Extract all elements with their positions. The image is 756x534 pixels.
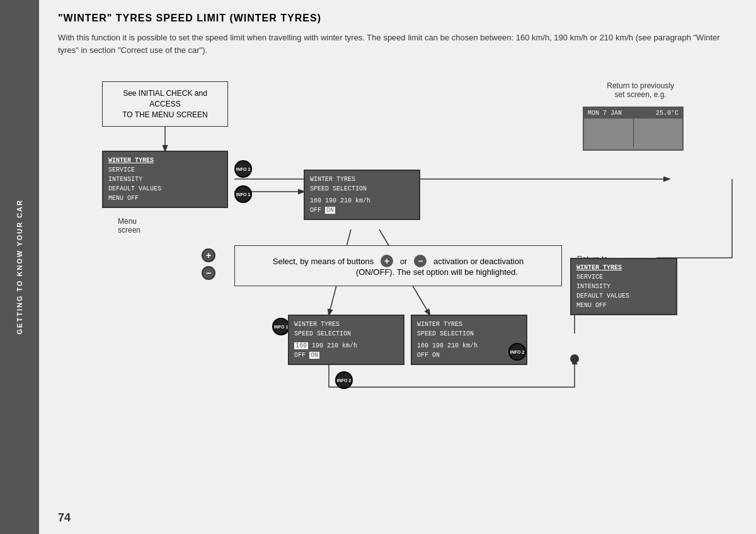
speed-select-2-title1: WINTER TYRES	[294, 320, 398, 329]
menu-screen-1-line5: MENU OFF	[108, 194, 222, 203]
plus-button-1[interactable]: +	[202, 248, 215, 262]
page-number: 74	[58, 511, 71, 525]
speed-select-1-line1: 160 190 210 km/h	[310, 196, 414, 206]
menu-screen-2-line3: INTENSITY	[576, 282, 671, 291]
speed-select-3-title2: SPEED SELECTION	[417, 329, 521, 339]
sidebar-label: GETTING TO KNOW YOUR CAR	[16, 199, 23, 334]
menu-screen-1-line1: WINTER TYRES	[108, 157, 154, 164]
menu-screen-2-line2: SERVICE	[576, 272, 671, 282]
display-temp: 25.0°C	[656, 110, 679, 117]
info-badge-2a: INFO 2	[234, 160, 252, 178]
speed-select-2-line2: OFF ON	[294, 351, 398, 360]
display-date: MON 7 JAN	[588, 110, 622, 117]
menu-screen-2-line5: MENU OFF	[576, 301, 671, 310]
info-badge-1a: INFO 1	[234, 185, 252, 203]
minus-button-1[interactable]: −	[202, 266, 215, 280]
page-description: With this function it is possible to set…	[58, 32, 737, 56]
select-instruction: Select, by means of buttons + or − activ…	[273, 255, 524, 277]
sidebar: GETTING TO KNOW YOUR CAR	[0, 0, 39, 534]
menu-screen-1-line2: SERVICE	[108, 165, 222, 175]
speed-select-1-title1: WINTER TYRES	[310, 175, 414, 184]
display-screen: MON 7 JAN 25.0°C	[583, 107, 684, 151]
speed-select-3-line1: 160 190 210 km/h	[417, 341, 521, 351]
info-badge-2b: INFO 2	[335, 371, 353, 389]
initial-check-box: See INITIAL CHECK and ACCESSTO THE MENU …	[102, 81, 228, 127]
display-header: MON 7 JAN 25.0°C	[584, 108, 682, 119]
speed-select-1: WINTER TYRES SPEED SELECTION 160 190 210…	[304, 170, 420, 220]
return-previously-label: Return to previouslyset screen, e.g.	[607, 81, 674, 99]
speed-select-3-line2: OFF ON	[417, 351, 521, 360]
speed-select-1-line2: OFF ON	[310, 206, 414, 215]
menu-screen-1-line3: INTENSITY	[108, 175, 222, 184]
menu-screen-label: Menuscreen	[118, 217, 140, 235]
speed-select-3-title1: WINTER TYRES	[417, 320, 521, 329]
menu-screen-2-line1: WINTER TYRES	[576, 264, 622, 271]
speed-select-2-title2: SPEED SELECTION	[294, 329, 398, 339]
menu-screen-1-line4: DEFAULT VALUES	[108, 184, 222, 194]
diagram: See INITIAL CHECK and ACCESSTO THE MENU …	[58, 69, 737, 460]
menu-screen-1: WINTER TYRES SERVICE INTENSITY DEFAULT V…	[102, 151, 228, 208]
speed-select-1-title2: SPEED SELECTION	[310, 184, 414, 194]
info-badge-1b: INFO 1	[272, 318, 290, 335]
speed-select-3: WINTER TYRES SPEED SELECTION 160 190 210…	[411, 315, 527, 365]
page-title: "WINTER" TYRES SPEED LIMIT (WINTER TYRES…	[58, 13, 737, 24]
initial-check-text: See INITIAL CHECK and ACCESSTO THE MENU …	[122, 89, 208, 119]
speed-select-2-line1: 160 190 210 km/h	[294, 341, 398, 351]
main-content: "WINTER" TYRES SPEED LIMIT (WINTER TYRES…	[39, 0, 756, 534]
menu-screen-2: WINTER TYRES SERVICE INTENSITY DEFAULT V…	[570, 258, 677, 315]
speed-select-2: WINTER TYRES SPEED SELECTION 160 190 210…	[288, 315, 404, 365]
menu-screen-2-line4: DEFAULT VALUES	[576, 291, 671, 301]
info-badge-2c: INFO 2	[508, 343, 526, 361]
select-text-box: Select, by means of buttons + or − activ…	[234, 245, 562, 286]
dot-endpoint	[570, 354, 579, 363]
